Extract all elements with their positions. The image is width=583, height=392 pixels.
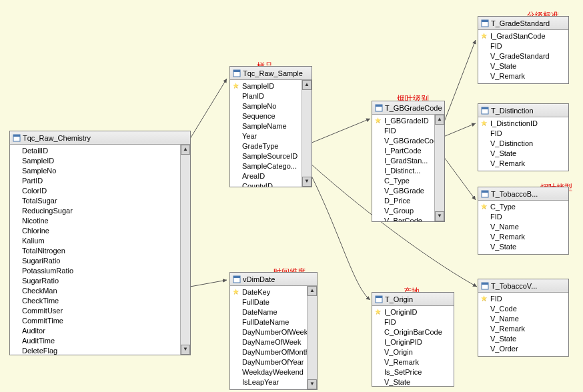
- table-header[interactable]: T_GradeStandard: [478, 17, 568, 30]
- column-item[interactable]: V_State: [478, 334, 568, 344]
- column-item[interactable]: ReducingSugar: [10, 206, 180, 216]
- column-item[interactable]: I_DistinctionID: [478, 119, 568, 129]
- column-item[interactable]: V_Remark: [372, 357, 454, 367]
- column-item[interactable]: SugariRatio: [10, 256, 180, 266]
- column-item[interactable]: FID: [372, 317, 454, 327]
- column-item[interactable]: SampleCatego...: [230, 161, 302, 171]
- column-item[interactable]: Chlorine: [10, 226, 180, 236]
- column-item[interactable]: C_Type: [372, 176, 434, 186]
- column-item[interactable]: SampleID: [10, 156, 180, 166]
- column-item[interactable]: ColorID: [10, 186, 180, 196]
- scroll-down-icon[interactable]: ▼: [308, 379, 317, 389]
- column-item[interactable]: D_Price: [372, 196, 434, 206]
- table-header[interactable]: T_GBGradeCode: [372, 101, 444, 115]
- column-item[interactable]: DetailID: [10, 146, 180, 156]
- table-chemistry[interactable]: Tqc_Raw_Chemistry DetailIDSampleIDSample…: [9, 131, 191, 355]
- column-item[interactable]: DayNumberOfMonth: [230, 347, 307, 357]
- column-item[interactable]: SampleSourceID: [230, 151, 302, 161]
- scrollbar[interactable]: ▲▼: [302, 80, 312, 187]
- column-item[interactable]: V_Name: [478, 314, 568, 324]
- column-item[interactable]: GradeType: [230, 141, 302, 151]
- scroll-up-icon[interactable]: ▲: [181, 145, 190, 155]
- table-distinction[interactable]: T_Distinction I_DistinctionIDFIDV_Distin…: [478, 103, 569, 171]
- scroll-up-icon[interactable]: ▲: [302, 80, 312, 90]
- column-item[interactable]: DayNameOfWeek: [230, 337, 307, 347]
- column-item[interactable]: C_OriginBarCode: [372, 327, 454, 337]
- column-item[interactable]: V_Name: [478, 222, 568, 232]
- scroll-down-icon[interactable]: ▼: [302, 177, 312, 187]
- column-item[interactable]: Auditor: [10, 326, 180, 336]
- column-item[interactable]: PotassiumRatio: [10, 266, 180, 276]
- column-item[interactable]: I_GradStan...: [372, 156, 434, 166]
- table-header[interactable]: vDimDate: [230, 273, 317, 286]
- column-item[interactable]: V_State: [478, 242, 568, 252]
- column-item[interactable]: V_Group: [372, 206, 434, 216]
- column-item[interactable]: V_Remark: [478, 71, 568, 81]
- scrollbar[interactable]: ▲▼: [180, 145, 190, 355]
- column-item[interactable]: I_GBGradeID: [372, 116, 434, 126]
- column-item[interactable]: DeleteFlag: [10, 346, 180, 355]
- scrollbar[interactable]: ▲▼: [434, 115, 444, 221]
- column-item[interactable]: SampleNo: [10, 166, 180, 176]
- column-item[interactable]: CheckMan: [10, 286, 180, 296]
- column-item[interactable]: V_Order: [478, 344, 568, 354]
- column-item[interactable]: V_Distinction: [478, 139, 568, 149]
- column-item[interactable]: I_GradStanCode: [478, 31, 568, 41]
- column-item[interactable]: FID: [478, 294, 568, 304]
- column-item[interactable]: TotalNitrogen: [10, 246, 180, 256]
- column-item[interactable]: AreaID: [230, 171, 302, 181]
- column-item[interactable]: WeekdayWeekend: [230, 367, 307, 377]
- column-item[interactable]: WeekNumberOfYear: [230, 387, 307, 389]
- column-item[interactable]: CheckTime: [10, 296, 180, 306]
- column-item[interactable]: Nicotine: [10, 216, 180, 226]
- column-item[interactable]: V_Code: [478, 304, 568, 314]
- column-item[interactable]: IsLeapYear: [230, 377, 307, 387]
- table-header[interactable]: T_TobaccoB...: [478, 187, 568, 201]
- column-item[interactable]: SampleNo: [230, 101, 302, 111]
- column-item[interactable]: V_GBGrade: [372, 186, 434, 196]
- column-item[interactable]: AuditTime: [10, 336, 180, 346]
- column-item[interactable]: FID: [478, 212, 568, 222]
- table-origin[interactable]: T_Origin I_OriginIDFIDC_OriginBarCodeI_O…: [372, 292, 454, 387]
- table-tobaccob[interactable]: T_TobaccoB... C_TypeFIDV_NameV_RemarkV_S…: [478, 187, 569, 255]
- column-item[interactable]: V_BarCode: [372, 216, 434, 221]
- column-item[interactable]: V_State: [478, 61, 568, 71]
- column-item[interactable]: V_GBGradeCode: [372, 136, 434, 146]
- table-header[interactable]: T_Origin: [372, 293, 454, 306]
- scroll-up-icon[interactable]: ▲: [308, 286, 317, 296]
- column-item[interactable]: I_Distinct...: [372, 166, 434, 176]
- column-item[interactable]: DateKey: [230, 287, 307, 297]
- column-item[interactable]: V_Remark: [478, 232, 568, 242]
- table-sample[interactable]: Tqc_Raw_Sample SampleIDPlanIDSampleNoSeq…: [229, 66, 312, 187]
- column-item[interactable]: V_Origin: [372, 347, 454, 357]
- column-item[interactable]: DayNumberOfWeek: [230, 327, 307, 337]
- column-item[interactable]: V_Remark: [478, 324, 568, 334]
- table-header[interactable]: T_Distinction: [478, 104, 568, 117]
- column-item[interactable]: DayNumberOfYear: [230, 357, 307, 367]
- column-item[interactable]: CommitUser: [10, 306, 180, 316]
- column-item[interactable]: I_PartCode: [372, 146, 434, 156]
- column-item[interactable]: Sequence: [230, 111, 302, 121]
- scroll-down-icon[interactable]: ▼: [181, 345, 190, 355]
- table-tobaccov[interactable]: T_TobaccoV... FIDV_CodeV_NameV_RemarkV_S…: [478, 279, 569, 357]
- column-item[interactable]: FID: [478, 41, 568, 51]
- table-header[interactable]: Tqc_Raw_Chemistry: [10, 131, 190, 145]
- column-item[interactable]: V_State: [372, 377, 454, 386]
- column-item[interactable]: I_OriginPID: [372, 337, 454, 347]
- column-item[interactable]: C_Type: [478, 202, 568, 212]
- column-item[interactable]: PartID: [10, 176, 180, 186]
- column-item[interactable]: CommitTime: [10, 316, 180, 326]
- column-item[interactable]: Kalium: [10, 236, 180, 246]
- column-item[interactable]: FID: [372, 126, 434, 136]
- column-item[interactable]: V_Remark: [478, 159, 568, 169]
- table-gradestd[interactable]: T_GradeStandard I_GradStanCodeFIDV_Grade…: [478, 16, 569, 84]
- column-item[interactable]: SugarRatio: [10, 276, 180, 286]
- column-item[interactable]: SampleName: [230, 121, 302, 131]
- column-item[interactable]: I_OriginID: [372, 307, 454, 317]
- column-item[interactable]: FID: [478, 129, 568, 139]
- table-dimdate[interactable]: vDimDate DateKeyFullDateDateNameFullDate…: [229, 272, 318, 390]
- column-item[interactable]: Is_SetPrice: [372, 367, 454, 377]
- scrollbar[interactable]: ▲▼: [307, 286, 317, 389]
- column-item[interactable]: Year: [230, 131, 302, 141]
- column-item[interactable]: FullDate: [230, 297, 307, 307]
